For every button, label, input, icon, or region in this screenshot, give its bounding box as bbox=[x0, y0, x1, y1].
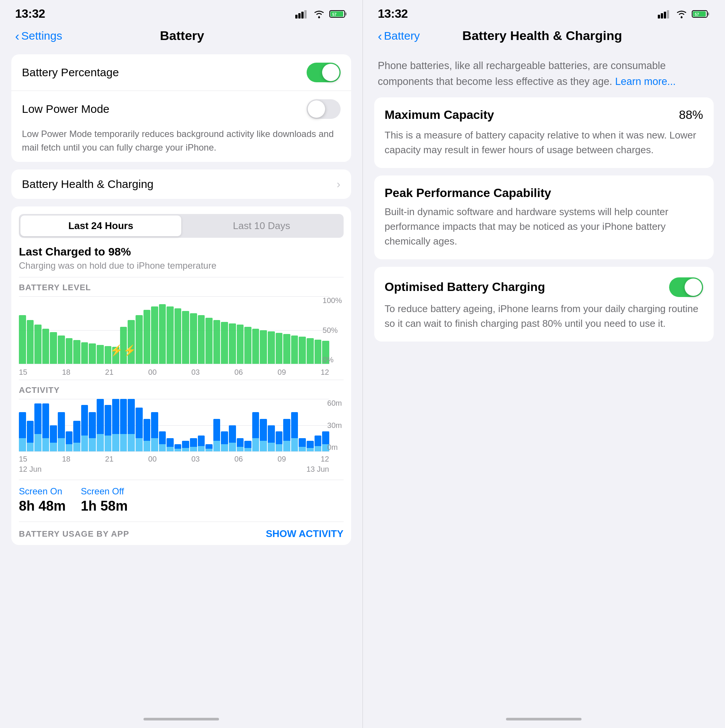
svg-point-4 bbox=[318, 16, 320, 18]
activity-bar-wrap-4 bbox=[50, 399, 57, 451]
activity-bar-bottom-27 bbox=[229, 443, 236, 451]
act-x-06: 06 bbox=[234, 455, 243, 463]
activity-bar-top-38 bbox=[315, 436, 322, 446]
y-label-50: 50% bbox=[322, 326, 342, 335]
back-button-right[interactable]: ‹ Battery bbox=[378, 29, 420, 42]
activity-bar-wrap-28 bbox=[237, 399, 244, 451]
max-capacity-value: 88% bbox=[679, 108, 703, 122]
activity-bar-bottom-25 bbox=[213, 441, 221, 451]
learn-more-link[interactable]: Learn more... bbox=[615, 76, 676, 87]
activity-bar-bottom-35 bbox=[291, 438, 298, 451]
activity-bar-bottom-23 bbox=[198, 446, 205, 451]
activity-bar-bottom-37 bbox=[307, 448, 314, 451]
battery-percentage-toggle[interactable] bbox=[307, 63, 341, 82]
page-title-left: Battery bbox=[160, 28, 204, 43]
activity-bar-bottom-18 bbox=[159, 444, 166, 451]
optimised-charging-desc: To reduce battery ageing, iPhone learns … bbox=[385, 302, 703, 331]
status-icons-right: 57 bbox=[658, 9, 710, 19]
battery-icon-right: 57 bbox=[692, 9, 710, 19]
battery-bar-36 bbox=[299, 337, 306, 364]
home-indicator-left bbox=[0, 712, 362, 728]
battery-health-row[interactable]: Battery Health & Charging › bbox=[11, 169, 351, 199]
status-bar-right: 13:32 57 bbox=[363, 0, 725, 25]
svg-rect-1 bbox=[298, 13, 301, 18]
x-label-12: 12 bbox=[321, 368, 329, 377]
divider-1 bbox=[19, 277, 344, 277]
activity-bar-wrap-11 bbox=[105, 399, 112, 451]
max-capacity-card: Maximum Capacity 88% This is a measure o… bbox=[374, 97, 714, 168]
activity-bar-bottom-16 bbox=[143, 441, 151, 451]
svg-rect-9 bbox=[658, 15, 660, 18]
back-label-right: Battery bbox=[384, 29, 420, 42]
activity-bar-top-24 bbox=[205, 444, 213, 449]
activity-bar-bottom-14 bbox=[128, 434, 135, 451]
activity-bar-wrap-36 bbox=[299, 399, 306, 451]
activity-bar-wrap-21 bbox=[182, 399, 189, 451]
screen-on-stat: Screen On 8h 48m bbox=[19, 486, 66, 514]
activity-bar-bottom-31 bbox=[260, 441, 267, 451]
activity-bar-bottom-12 bbox=[112, 434, 119, 451]
battery-level-label: BATTERY LEVEL bbox=[19, 283, 344, 292]
battery-bar-28 bbox=[237, 325, 244, 364]
battery-chart-wrapper: 100% 50% 0% ⚡⚡ 15 18 21 00 03 06 09 bbox=[19, 296, 344, 377]
activity-bar-bottom-8 bbox=[81, 436, 88, 451]
activity-bar-bottom-13 bbox=[120, 434, 127, 451]
act-y-30: 30m bbox=[327, 421, 342, 430]
tab-last-24h[interactable]: Last 24 Hours bbox=[20, 215, 181, 236]
tab-last-10d[interactable]: Last 10 Days bbox=[181, 215, 342, 236]
optimised-charging-row[interactable]: Optimised Battery Charging bbox=[385, 277, 703, 297]
show-activity-button[interactable]: SHOW ACTIVITY bbox=[266, 528, 344, 540]
battery-x-labels: 15 18 21 00 03 06 09 12 bbox=[19, 368, 344, 377]
home-indicator-right bbox=[363, 712, 725, 728]
optimised-charging-title: Optimised Battery Charging bbox=[385, 280, 545, 294]
max-capacity-header: Maximum Capacity 88% bbox=[385, 108, 703, 122]
activity-bar-top-25 bbox=[213, 419, 221, 441]
battery-y-labels: 100% 50% 0% bbox=[322, 296, 343, 364]
optimised-charging-card: Optimised Battery Charging To reduce bat… bbox=[374, 267, 714, 342]
toggle-thumb-low-power bbox=[308, 100, 325, 118]
activity-bar-bottom-9 bbox=[89, 438, 96, 451]
activity-bar-bottom-11 bbox=[105, 436, 112, 451]
activity-bar-bottom-30 bbox=[252, 438, 259, 451]
activity-bar-top-10 bbox=[97, 399, 104, 434]
battery-health-group: Battery Health & Charging › bbox=[11, 169, 351, 199]
time-tabs[interactable]: Last 24 Hours Last 10 Days bbox=[19, 214, 344, 238]
act-x-21: 21 bbox=[105, 455, 113, 463]
activity-bar-top-36 bbox=[299, 438, 306, 447]
x-label-00: 00 bbox=[148, 368, 157, 377]
signal-icon-right bbox=[658, 9, 671, 18]
activity-bar-wrap-30 bbox=[252, 399, 259, 451]
activity-bar-bottom-21 bbox=[182, 448, 189, 451]
battery-bar-17 bbox=[151, 306, 158, 364]
activity-bar-bottom-33 bbox=[276, 444, 283, 451]
activity-chart: 60m 30m 0m bbox=[19, 399, 344, 452]
svg-text:57: 57 bbox=[332, 12, 337, 17]
activity-bar-bottom-26 bbox=[221, 444, 228, 451]
activity-bar-top-5 bbox=[58, 412, 65, 439]
activity-bar-wrap-18 bbox=[159, 399, 166, 451]
status-bar-left: 13:32 bbox=[0, 0, 362, 25]
screen-off-value: 1h 58m bbox=[81, 498, 128, 514]
battery-bar-5 bbox=[58, 336, 65, 364]
svg-rect-2 bbox=[301, 12, 304, 18]
activity-x-labels: 15 18 21 00 03 06 09 12 bbox=[19, 455, 344, 463]
optimised-charging-toggle[interactable] bbox=[669, 277, 703, 297]
activity-bar-wrap-10 bbox=[97, 399, 104, 451]
low-power-mode-row[interactable]: Low Power Mode bbox=[11, 91, 351, 127]
back-button-left[interactable]: ‹ Settings bbox=[15, 29, 62, 42]
activity-bar-bottom-0 bbox=[19, 438, 26, 451]
charge-subtitle: Charging was on hold due to iPhone tempe… bbox=[19, 260, 344, 271]
svg-rect-6 bbox=[345, 12, 347, 15]
activity-bar-top-32 bbox=[268, 425, 275, 443]
activity-bar-top-6 bbox=[66, 431, 73, 445]
status-icons-left: 57 bbox=[295, 9, 347, 19]
low-power-mode-toggle[interactable] bbox=[307, 99, 341, 119]
activity-bar-wrap-29 bbox=[244, 399, 251, 451]
battery-percentage-row[interactable]: Battery Percentage bbox=[11, 54, 351, 91]
right-screen: 13:32 57 bbox=[363, 0, 725, 728]
date-label-12-jun: 12 Jun bbox=[19, 465, 306, 474]
activity-bar-wrap-16 bbox=[143, 399, 151, 451]
activity-bar-bottom-22 bbox=[190, 447, 197, 451]
activity-bar-top-11 bbox=[105, 405, 112, 436]
activity-y-labels: 60m 30m 0m bbox=[327, 399, 344, 452]
